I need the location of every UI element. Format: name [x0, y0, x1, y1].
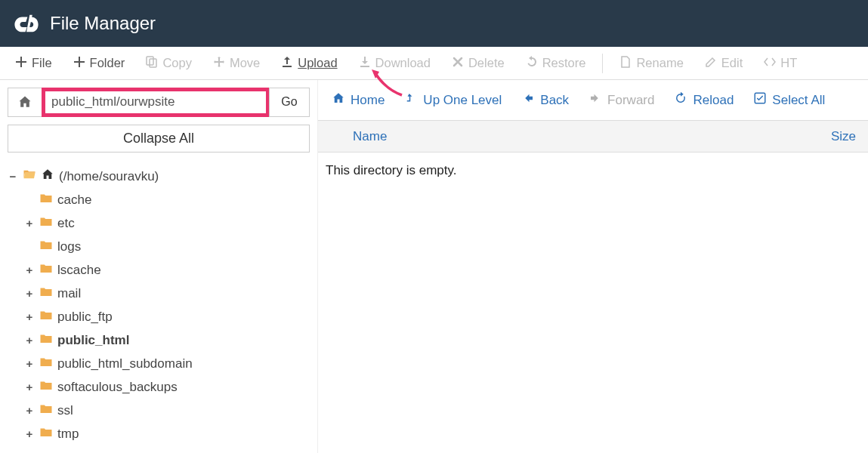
expand-icon[interactable]: + — [24, 427, 35, 440]
empty-directory-message: This directory is empty. — [326, 163, 860, 178]
tree-item[interactable]: +tmp — [24, 422, 310, 445]
tree-item[interactable]: cache — [24, 188, 310, 211]
go-button[interactable]: Go — [269, 88, 310, 117]
folder-icon — [39, 214, 53, 232]
expand-icon[interactable]: + — [24, 287, 35, 300]
main-content: Go Collapse All − (/home/souravku) cache… — [0, 80, 868, 453]
download-label: Download — [375, 56, 431, 70]
file-list-body: This directory is empty. — [318, 153, 868, 189]
tree-item[interactable]: +mail — [24, 282, 310, 305]
home-icon — [41, 168, 54, 185]
tree-item-label: public_html_subdomain — [57, 356, 193, 371]
expand-icon[interactable]: + — [24, 263, 35, 276]
upload-button[interactable]: Upload — [272, 51, 346, 76]
expand-icon[interactable]: + — [24, 381, 35, 393]
tree-children: cache+etclogs+lscache+mail+public_ftp+pu… — [8, 188, 310, 445]
reload-icon — [674, 91, 687, 109]
code-icon — [764, 56, 776, 71]
app-title: File Manager — [50, 13, 156, 34]
tree-item[interactable]: +public_ftp — [24, 305, 310, 328]
file-list-header: Name Size — [318, 121, 868, 153]
download-icon — [359, 56, 371, 71]
restore-button[interactable]: Restore — [517, 51, 595, 76]
download-button[interactable]: Download — [350, 51, 440, 76]
move-button[interactable]: Move — [204, 51, 269, 76]
edit-button[interactable]: Edit — [696, 51, 752, 76]
folder-icon — [39, 355, 53, 372]
path-row: Go — [8, 88, 310, 117]
html-editor-button[interactable]: HT — [755, 51, 806, 76]
collapse-icon[interactable]: − — [8, 170, 18, 183]
tree-item-label: mail — [57, 286, 81, 301]
arrow-left-icon — [521, 91, 535, 109]
expand-icon[interactable]: + — [24, 357, 35, 370]
tree-item[interactable]: +lscache — [24, 258, 310, 282]
nav-back-label: Back — [540, 93, 569, 108]
new-file-label: File — [32, 56, 52, 70]
nav-bar: Home Up One Level Back Forward Reload Se… — [318, 80, 868, 121]
path-input[interactable] — [45, 91, 266, 113]
folder-icon — [39, 378, 53, 396]
level-up-icon — [404, 91, 418, 109]
tree-item[interactable]: +public_html_subdomain — [24, 352, 310, 375]
tree-item[interactable]: +ssl — [24, 399, 310, 422]
tree-item-label: softaculous_backups — [57, 380, 178, 395]
tree-item-label: cache — [57, 193, 91, 208]
nav-up-button[interactable]: Up One Level — [400, 88, 506, 112]
nav-forward-button[interactable]: Forward — [584, 88, 659, 112]
tree-item-label: tmp — [57, 427, 79, 442]
nav-forward-label: Forward — [607, 93, 654, 108]
nav-reload-label: Reload — [693, 93, 734, 108]
upload-icon — [281, 56, 293, 71]
app-header: File Manager — [0, 0, 868, 47]
upload-label: Upload — [298, 56, 337, 70]
tree-item-label: etc — [57, 216, 75, 231]
plus-icon — [73, 56, 85, 71]
column-size[interactable]: Size — [795, 129, 856, 144]
tree-item-label: ssl — [57, 403, 73, 418]
tree-item[interactable]: +etc — [24, 211, 310, 235]
nav-reload-button[interactable]: Reload — [669, 88, 738, 112]
rename-button[interactable]: Rename — [610, 51, 692, 76]
tree-root[interactable]: − (/home/souravku) — [8, 165, 310, 188]
tree-item[interactable]: logs — [24, 235, 310, 258]
restore-icon — [526, 56, 538, 71]
nav-select-all-label: Select All — [772, 93, 825, 108]
folder-open-icon — [23, 168, 36, 185]
expand-icon[interactable]: + — [24, 334, 35, 347]
nav-back-button[interactable]: Back — [517, 88, 573, 112]
expand-icon[interactable]: + — [24, 310, 35, 323]
toolbar-divider — [602, 54, 603, 73]
folder-icon — [39, 425, 53, 442]
new-file-button[interactable]: File — [6, 51, 61, 76]
move-icon — [213, 56, 225, 71]
new-folder-button[interactable]: Folder — [64, 51, 134, 76]
tree-root-label: (/home/souravku) — [59, 169, 159, 184]
column-name[interactable]: Name — [330, 129, 795, 144]
collapse-all-button[interactable]: Collapse All — [8, 125, 310, 153]
plus-icon — [15, 56, 27, 71]
folder-icon — [39, 331, 53, 349]
main-toolbar: File Folder Copy Move Upload Download De… — [0, 47, 868, 80]
folder-tree: − (/home/souravku) cache+etclogs+lscache… — [8, 160, 310, 445]
delete-icon — [452, 56, 464, 71]
nav-home-button[interactable]: Home — [327, 88, 389, 112]
tree-item[interactable]: +softaculous_backups — [24, 375, 310, 399]
nav-up-label: Up One Level — [423, 93, 502, 108]
pencil-icon — [705, 56, 717, 71]
expand-icon[interactable]: + — [24, 404, 35, 417]
html-editor-label: HT — [780, 56, 797, 70]
delete-button[interactable]: Delete — [443, 51, 514, 76]
tree-item-label: logs — [57, 239, 81, 254]
edit-label: Edit — [721, 56, 743, 70]
tree-item[interactable]: +public_html — [24, 328, 310, 352]
nav-home-label: Home — [351, 93, 385, 108]
tree-item-label: lscache — [57, 263, 101, 278]
path-home-button[interactable] — [8, 88, 42, 117]
nav-select-all-button[interactable]: Select All — [749, 88, 829, 112]
cpanel-logo-icon — [14, 12, 39, 35]
copy-label: Copy — [162, 56, 192, 70]
copy-button[interactable]: Copy — [137, 51, 201, 76]
expand-icon[interactable]: + — [24, 217, 35, 230]
delete-label: Delete — [468, 56, 505, 70]
